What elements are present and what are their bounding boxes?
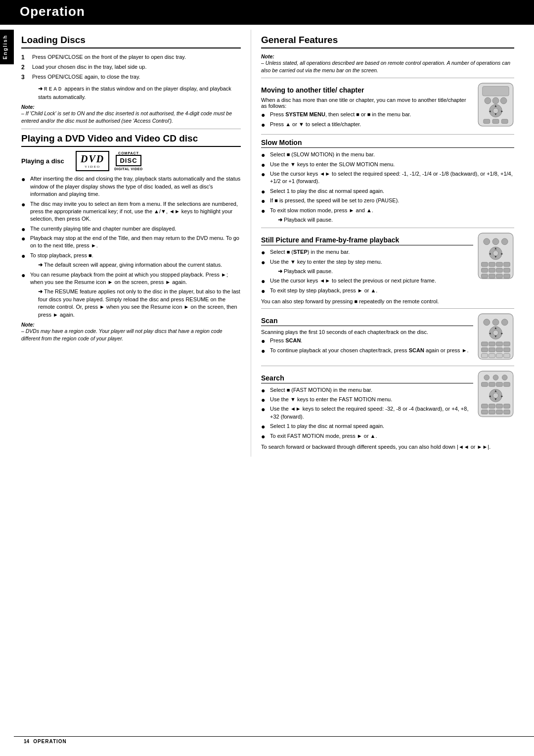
remote-scan: ▲ ▼ ◄ ► — [477, 313, 514, 361]
general-features-title: General Features — [261, 35, 514, 48]
svg-rect-27 — [504, 262, 510, 267]
svg-point-4 — [500, 97, 507, 104]
scan-bullet-1: ● Press SCAN. — [261, 337, 473, 344]
playing-dvd-title: Playing a DVD Video and Video CD disc — [21, 133, 241, 147]
svg-rect-52 — [496, 348, 503, 352]
dvd-bullets: ● After inserting the disc and closing t… — [21, 175, 241, 259]
dvd-bullets-2: ● You can resume playback from the point… — [21, 271, 241, 286]
slow-motion-bullets: ● Select ■ (SLOW MOTION) in the menu bar… — [261, 151, 514, 214]
svg-rect-50 — [482, 348, 488, 352]
svg-text:▲: ▲ — [494, 326, 497, 330]
svg-text:◄: ◄ — [489, 331, 491, 335]
svg-text:◄: ◄ — [489, 252, 491, 255]
still-bullet-1: ● Select ■ (STEP) in the menu bar. — [261, 248, 473, 256]
svg-text:▼: ▼ — [494, 113, 497, 116]
moving-content: Moving to another title/ chapter When a … — [261, 82, 473, 130]
svg-text:▼: ▼ — [494, 335, 497, 338]
playing-disc-row: Playing a disc DVD VIDEO COMPACT DISC DI… — [21, 151, 241, 171]
moving-bullet-1: ● Press SYSTEM MENU, then select ■ or ■ … — [261, 111, 473, 118]
loading-note: Note: – If 'Child Lock' is set to ON and… — [21, 104, 241, 124]
svg-text:◄: ◄ — [489, 109, 491, 113]
svg-point-15 — [484, 238, 490, 245]
svg-rect-55 — [489, 354, 495, 358]
page-footer: 14 OPERATION — [14, 736, 534, 746]
svg-rect-11 — [484, 119, 490, 124]
search-section: Search ● Select ■ (FAST MOTION) in the m… — [261, 370, 514, 442]
scan-section: Scan Scanning plays the first 10 seconds… — [261, 313, 514, 361]
scan-intro: Scanning plays the first 10 seconds of e… — [261, 329, 473, 335]
moving-section: Moving to another title/ chapter When a … — [261, 82, 514, 130]
slow-bullet-4: ● Select 1 to play the disc at normal sp… — [261, 188, 514, 195]
right-column: General Features Note: – Unless stated, … — [251, 30, 524, 457]
slow-arrow: Playback will pause. — [270, 216, 514, 224]
dvd-bullet-5: ● To stop playback, press ■. — [21, 252, 241, 259]
scan-content: Scan Scanning plays the first 10 seconds… — [261, 313, 473, 356]
search-bullet-2: ● Use the ▼ keys to enter the FAST MOTIO… — [261, 396, 473, 403]
dvd-note: Note: – DVDs may have a region code. You… — [21, 322, 241, 342]
svg-rect-73 — [489, 404, 495, 408]
svg-rect-33 — [489, 274, 495, 279]
page-header: Operation — [0, 0, 534, 25]
left-column: Loading Discs 1 Press OPEN/CLOSE on the … — [14, 30, 251, 457]
dvd-logo: DVD VIDEO — [76, 151, 109, 171]
slow-motion-title: Slow Motion — [261, 139, 514, 148]
still-bullet-3: ● Use the cursor keys ◄► to select the p… — [261, 277, 473, 284]
page-container: Operation English Loading Discs 1 Press … — [0, 0, 534, 756]
svg-text:▲: ▲ — [494, 389, 497, 392]
slow-bullet-6: ● To exit slow motion mode, press ► and … — [261, 207, 514, 214]
search-bullet-4: ● Select 1 to play the disc at normal sp… — [261, 423, 473, 430]
dvd-bullet-1: ● After inserting the disc and closing t… — [21, 175, 241, 198]
svg-rect-65 — [504, 382, 510, 386]
loading-step-1: 1 Press OPEN/CLOSE on the front of the p… — [21, 53, 241, 62]
svg-text:►: ► — [500, 252, 503, 255]
svg-rect-79 — [504, 410, 510, 414]
svg-rect-12 — [492, 119, 499, 124]
scan-bullet-2: ● To continue playback at your chosen ch… — [261, 347, 473, 354]
dvd-bullet-3: ● The currently playing title and chapte… — [21, 225, 241, 233]
svg-point-37 — [484, 319, 490, 326]
divider-6 — [261, 366, 514, 366]
slow-bullet-2: ● Use the ▼ keys to enter the SLOW MOTIO… — [261, 161, 514, 168]
divider-4 — [261, 228, 514, 228]
svg-rect-78 — [496, 410, 503, 414]
svg-point-17 — [501, 238, 508, 245]
still-extra: You can also step forward by pressing ■ … — [261, 298, 514, 304]
sidebar-language-label: English — [0, 30, 14, 64]
svg-point-60 — [493, 375, 498, 380]
svg-text:▲: ▲ — [494, 247, 497, 250]
page-title: Operation — [20, 4, 85, 19]
search-bullet-1: ● Select ■ (FAST MOTION) in the menu bar… — [261, 386, 473, 394]
svg-rect-35 — [504, 274, 510, 279]
svg-rect-56 — [496, 354, 503, 358]
svg-point-59 — [484, 375, 490, 380]
svg-rect-1 — [483, 87, 509, 96]
still-picture-title: Still Picture and Frame-by-frame playbac… — [261, 236, 473, 245]
slow-bullet-1: ● Select ■ (SLOW MOTION) in the menu bar… — [261, 151, 514, 158]
svg-rect-77 — [489, 410, 495, 414]
svg-point-61 — [502, 375, 507, 380]
svg-rect-51 — [489, 348, 495, 352]
svg-text:▼: ▼ — [494, 255, 497, 259]
slow-bullet-3: ● Use the cursor keys ◄► to select the r… — [261, 170, 514, 186]
svg-rect-48 — [496, 342, 503, 346]
svg-rect-29 — [489, 268, 495, 273]
search-bullet-5: ● To exit FAST MOTION mode, press ► or ▲… — [261, 432, 473, 440]
svg-rect-54 — [482, 354, 488, 358]
svg-rect-28 — [482, 268, 488, 273]
divider-5 — [261, 308, 514, 309]
svg-point-3 — [492, 97, 499, 104]
svg-rect-13 — [501, 119, 508, 124]
search-content: Search ● Select ■ (FAST MOTION) in the m… — [261, 370, 473, 442]
general-note: Note: – Unless stated, all operations de… — [261, 53, 514, 74]
loading-step-2: 2 Load your chosen disc in the tray, lab… — [21, 63, 241, 72]
search-bullet-3: ● Use the ◄► keys to select the required… — [261, 405, 473, 421]
svg-rect-34 — [496, 274, 503, 279]
svg-rect-72 — [482, 404, 488, 408]
svg-rect-32 — [482, 274, 488, 279]
svg-rect-62 — [482, 382, 488, 386]
dvd-arrow-1: The default screen will appear, giving i… — [30, 261, 241, 269]
footer-section-label: OPERATION — [33, 739, 67, 744]
still-bullet-2: ● Use the ▼ key to enter the step by ste… — [261, 258, 473, 266]
svg-rect-25 — [489, 262, 495, 267]
loading-step-3: 3 Press OPEN/CLOSE again, to close the t… — [21, 73, 241, 82]
